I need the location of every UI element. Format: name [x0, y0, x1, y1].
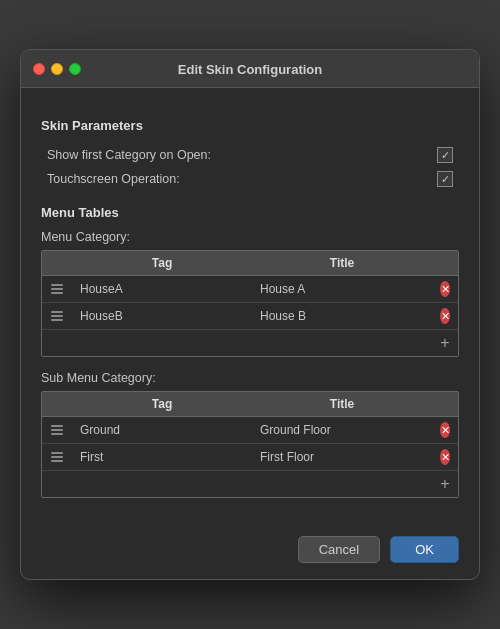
close-button[interactable] [33, 63, 45, 75]
drag-handle-icon[interactable] [42, 303, 72, 329]
maximize-button[interactable] [69, 63, 81, 75]
edit-skin-dialog: Edit Skin Configuration Skin Parameters … [20, 49, 480, 580]
menu-category-table: Tag Title HouseA House A ✕ [41, 250, 459, 357]
delete-row-button[interactable]: ✕ [440, 308, 450, 324]
show-first-label: Show first Category on Open: [47, 148, 211, 162]
menu-cat-delete-header [432, 251, 458, 275]
drag-handle-icon[interactable] [42, 444, 72, 470]
add-menu-category-button[interactable]: + [432, 334, 458, 352]
menu-cat-row1-title: House A [252, 276, 432, 302]
delete-row-button[interactable]: ✕ [440, 449, 450, 465]
ok-button[interactable]: OK [390, 536, 459, 563]
sub-menu-row2-delete[interactable]: ✕ [432, 444, 458, 470]
menu-cat-title-header: Title [252, 251, 432, 275]
param-row-touchscreen: Touchscreen Operation: ✓ [41, 167, 459, 191]
menu-cat-tag-header: Tag [72, 251, 252, 275]
menu-cat-row1-tag: HouseA [72, 276, 252, 302]
cancel-button[interactable]: Cancel [298, 536, 380, 563]
sub-menu-row2-tag: First [72, 444, 252, 470]
table-row: HouseB House B ✕ [42, 303, 458, 330]
sub-menu-delete-header [432, 392, 458, 416]
dialog-content: Skin Parameters Show first Category on O… [21, 88, 479, 526]
drag-handle-icon[interactable] [42, 276, 72, 302]
sub-menu-category-table: Tag Title Ground Ground Floor ✕ [41, 391, 459, 498]
menu-cat-row2-delete[interactable]: ✕ [432, 303, 458, 329]
sub-menu-row1-title: Ground Floor [252, 417, 432, 443]
skin-parameters-title: Skin Parameters [41, 118, 459, 133]
table-row: HouseA House A ✕ [42, 276, 458, 303]
sub-menu-title-header: Title [252, 392, 432, 416]
sub-menu-tag-header: Tag [72, 392, 252, 416]
menu-category-header: Tag Title [42, 251, 458, 276]
menu-cat-row2-tag: HouseB [72, 303, 252, 329]
sub-menu-row2-title: First Floor [252, 444, 432, 470]
dialog-footer: Cancel OK [21, 526, 479, 579]
sub-menu-row1-delete[interactable]: ✕ [432, 417, 458, 443]
menu-category-label: Menu Category: [41, 230, 459, 244]
menu-cat-row2-title: House B [252, 303, 432, 329]
dialog-title: Edit Skin Configuration [178, 62, 322, 77]
title-bar: Edit Skin Configuration [21, 50, 479, 88]
menu-tables-section: Menu Tables Menu Category: Tag Title Hou… [41, 205, 459, 498]
sub-menu-row1-tag: Ground [72, 417, 252, 443]
touchscreen-checkbox[interactable]: ✓ [437, 171, 453, 187]
add-sub-menu-category-button[interactable]: + [432, 475, 458, 493]
delete-row-button[interactable]: ✕ [440, 422, 450, 438]
menu-cat-row1-delete[interactable]: ✕ [432, 276, 458, 302]
param-row-show-first: Show first Category on Open: ✓ [41, 143, 459, 167]
table-row: First First Floor ✕ [42, 444, 458, 471]
delete-row-button[interactable]: ✕ [440, 281, 450, 297]
touchscreen-label: Touchscreen Operation: [47, 172, 180, 186]
skin-parameters-section: Skin Parameters Show first Category on O… [41, 118, 459, 191]
sub-menu-cat-header: Tag Title [42, 392, 458, 417]
sub-menu-drag-header [42, 392, 72, 416]
sub-menu-cat-add-row: + [42, 471, 458, 497]
minimize-button[interactable] [51, 63, 63, 75]
drag-handle-icon[interactable] [42, 417, 72, 443]
sub-menu-category-label: Sub Menu Category: [41, 371, 459, 385]
menu-tables-title: Menu Tables [41, 205, 459, 220]
traffic-lights [33, 63, 81, 75]
table-row: Ground Ground Floor ✕ [42, 417, 458, 444]
menu-cat-drag-header [42, 251, 72, 275]
menu-cat-add-row: + [42, 330, 458, 356]
show-first-checkbox[interactable]: ✓ [437, 147, 453, 163]
